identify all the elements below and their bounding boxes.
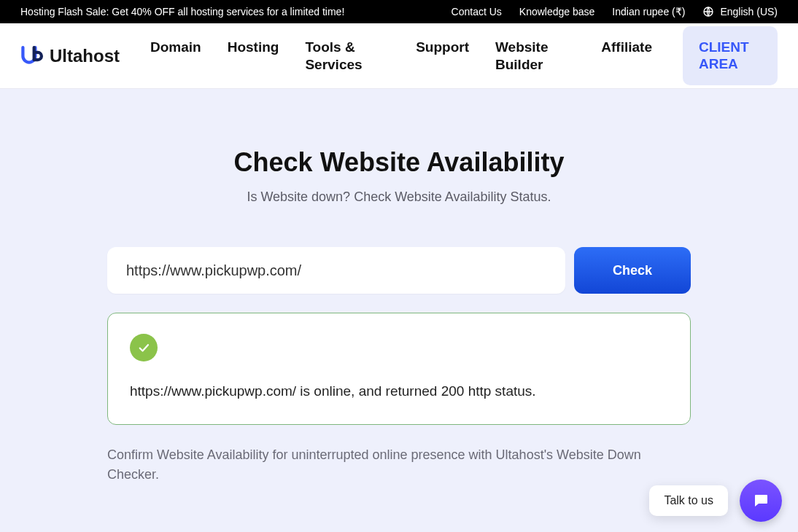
promo-bar: Hosting Flash Sale: Get 40% OFF all host… bbox=[0, 0, 798, 23]
main-navbar: Ultahost Domain Hosting Tools & Services… bbox=[0, 23, 798, 89]
nav-website-builder[interactable]: Website Builder bbox=[495, 39, 575, 74]
client-area-button[interactable]: CLIENT AREA bbox=[683, 26, 778, 86]
chat-icon bbox=[752, 492, 770, 509]
chat-launcher-button[interactable] bbox=[740, 480, 782, 522]
hero-section: Check Website Availability Is Website do… bbox=[0, 89, 798, 485]
page-title: Check Website Availability bbox=[234, 147, 565, 178]
promo-text: Hosting Flash Sale: Get 40% OFF all host… bbox=[20, 6, 344, 17]
page-subtitle: Is Website down? Check Website Availabil… bbox=[247, 189, 551, 205]
logo-icon bbox=[20, 44, 45, 69]
contact-us-link[interactable]: Contact Us bbox=[452, 6, 502, 17]
result-text: https://www.pickupwp.com/ is online, and… bbox=[130, 383, 668, 399]
nav-affiliate[interactable]: Affiliate bbox=[601, 39, 652, 56]
confirm-text: Confirm Website Availability for uninter… bbox=[107, 445, 691, 485]
url-checker-form: Check bbox=[107, 247, 691, 294]
nav-links: Domain Hosting Tools & Services Support … bbox=[150, 39, 652, 74]
url-input[interactable] bbox=[107, 247, 565, 294]
result-card: https://www.pickupwp.com/ is online, and… bbox=[107, 313, 691, 425]
check-button[interactable]: Check bbox=[574, 247, 691, 294]
nav-domain[interactable]: Domain bbox=[150, 39, 201, 56]
language-label: English (US) bbox=[720, 6, 778, 17]
nav-tools-services[interactable]: Tools & Services bbox=[305, 39, 390, 74]
success-icon bbox=[130, 334, 158, 361]
nav-support[interactable]: Support bbox=[416, 39, 469, 56]
knowledge-base-link[interactable]: Knowledge base bbox=[519, 6, 595, 17]
brand-name: Ultahost bbox=[50, 46, 120, 66]
language-selector[interactable]: English (US) bbox=[702, 6, 778, 17]
nav-hosting[interactable]: Hosting bbox=[228, 39, 279, 56]
globe-icon bbox=[702, 6, 714, 17]
currency-selector[interactable]: Indian rupee (₹) bbox=[612, 6, 685, 17]
brand-logo[interactable]: Ultahost bbox=[20, 44, 120, 69]
talk-to-us-pill[interactable]: Talk to us bbox=[649, 485, 728, 516]
